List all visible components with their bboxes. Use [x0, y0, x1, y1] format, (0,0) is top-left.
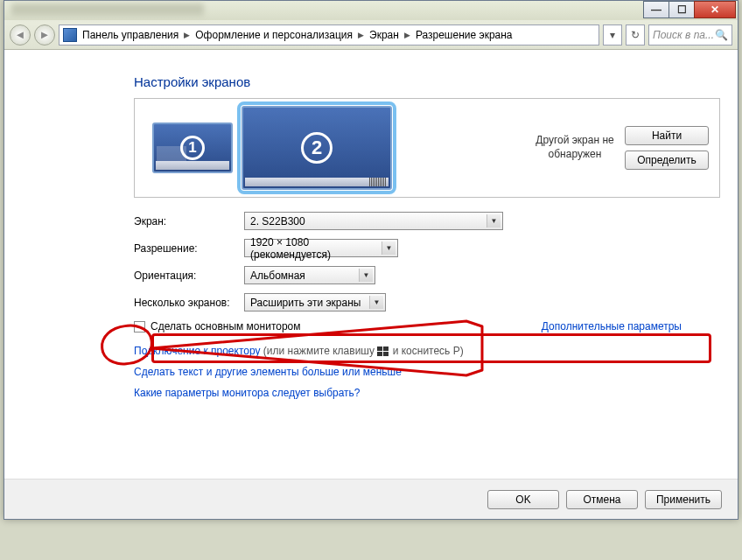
monitor-1[interactable]: 1	[152, 122, 233, 173]
cancel-button[interactable]: Отмена	[566, 490, 638, 509]
breadcrumb-item[interactable]: Оформление и персонализация	[193, 29, 354, 41]
breadcrumb-item[interactable]: Панель управления	[80, 29, 180, 41]
row-multiple-displays: Несколько экранов: Расширить эти экраны …	[134, 293, 720, 312]
orientation-label: Ориентация:	[134, 270, 244, 282]
resolution-label: Разрешение:	[134, 242, 244, 255]
projector-hint-b: и коснитесь P)	[389, 345, 463, 357]
projector-line: Подключение к проектору (или нажмите кла…	[134, 345, 720, 357]
control-panel-icon	[63, 28, 77, 42]
chevron-down-icon: ▼	[382, 242, 396, 255]
multiple-displays-combo[interactable]: Расширить эти экраны ▼	[244, 293, 386, 312]
which-settings-link[interactable]: Какие параметры монитора следует выбрать…	[134, 387, 720, 399]
chevron-down-icon: ▼	[359, 269, 373, 282]
screen-value: 2. S22B300	[250, 215, 305, 228]
refresh-button[interactable]: ↻	[626, 24, 645, 46]
chevron-right-icon[interactable]: ▶	[356, 31, 366, 39]
monitor-side-buttons: Найти Определить	[623, 122, 710, 173]
make-primary-label[interactable]: Сделать основным монитором	[150, 320, 301, 332]
other-display-not-found-label: Другой экран не обнаружен	[527, 134, 623, 161]
resolution-combo[interactable]: 1920 × 1080 (рекомендуется) ▼	[244, 239, 398, 257]
identify-button[interactable]: Определить	[625, 150, 709, 170]
monitor-2-number: 2	[301, 132, 332, 164]
row-make-primary: Сделать основным монитором Дополнительны…	[134, 320, 720, 332]
row-screen: Экран: 2. S22B300 ▼	[134, 212, 720, 230]
chevron-right-icon[interactable]: ▶	[182, 31, 192, 39]
page-title: Настройки экранов	[134, 74, 720, 89]
maximize-button[interactable]: ☐	[668, 1, 695, 18]
breadcrumb-item[interactable]: Экран	[368, 29, 401, 41]
chevron-right-icon[interactable]: ▶	[402, 31, 412, 39]
nav-back-button[interactable]: ◄	[10, 24, 31, 46]
monitor-arrangement-box[interactable]: 1 2 Другой экран не обнаружен Найти Опре…	[134, 98, 720, 198]
textsize-link[interactable]: Сделать текст и другие элементы больше и…	[134, 366, 720, 378]
footer-bar: OK Отмена Применить	[4, 479, 738, 519]
multiple-displays-label: Несколько экранов:	[134, 297, 244, 309]
monitor-2-taskbar	[245, 178, 388, 186]
projector-link[interactable]: Подключение к проектору	[134, 345, 261, 357]
projector-hint-a: (или нажмите клавишу	[261, 345, 378, 357]
close-button[interactable]: ✕	[694, 1, 736, 18]
window-buttons: — ☐ ✕	[644, 1, 736, 18]
search-placeholder: Поиск в па...	[653, 29, 714, 41]
apply-button[interactable]: Применить	[645, 490, 722, 509]
screen-label: Экран:	[134, 215, 244, 228]
orientation-value: Альбомная	[250, 270, 305, 282]
content-area: Настройки экранов 1 2 Другой экран не об…	[4, 50, 738, 519]
search-input[interactable]: Поиск в па... 🔍	[648, 24, 732, 46]
window-title-blurred	[11, 4, 204, 16]
address-bar[interactable]: Панель управления ▶ Оформление и персона…	[59, 24, 599, 46]
monitor-1-taskbar	[156, 161, 229, 170]
advanced-settings-link[interactable]: Дополнительные параметры	[542, 320, 682, 332]
make-primary-checkbox[interactable]	[134, 321, 145, 332]
minimize-button[interactable]: —	[643, 1, 669, 18]
row-orientation: Ориентация: Альбомная ▼	[134, 266, 720, 284]
address-dropdown-button[interactable]: ▾	[603, 24, 622, 46]
search-icon: 🔍	[715, 29, 728, 41]
nav-toolbar: ◄ ► Панель управления ▶ Оформление и пер…	[4, 20, 738, 50]
screen-combo[interactable]: 2. S22B300 ▼	[244, 212, 503, 230]
row-resolution: Разрешение: 1920 × 1080 (рекомендуется) …	[134, 239, 720, 257]
window-frame: — ☐ ✕ ◄ ► Панель управления ▶ Оформление…	[4, 0, 738, 520]
ok-button[interactable]: OK	[487, 490, 559, 509]
find-button[interactable]: Найти	[625, 126, 709, 145]
chevron-down-icon: ▼	[369, 296, 383, 309]
multiple-displays-value: Расширить эти экраны	[250, 297, 360, 309]
monitor-canvas[interactable]: 1 2	[144, 106, 527, 190]
resolution-value: 1920 × 1080 (рекомендуется)	[250, 236, 380, 261]
title-bar[interactable]: — ☐ ✕	[4, 1, 738, 20]
chevron-down-icon: ▼	[486, 214, 500, 228]
nav-forward-button[interactable]: ►	[34, 24, 55, 46]
orientation-combo[interactable]: Альбомная ▼	[244, 266, 375, 284]
breadcrumb-item[interactable]: Разрешение экрана	[414, 29, 514, 41]
monitor-2[interactable]: 2	[242, 106, 392, 190]
windows-key-icon	[377, 346, 389, 357]
